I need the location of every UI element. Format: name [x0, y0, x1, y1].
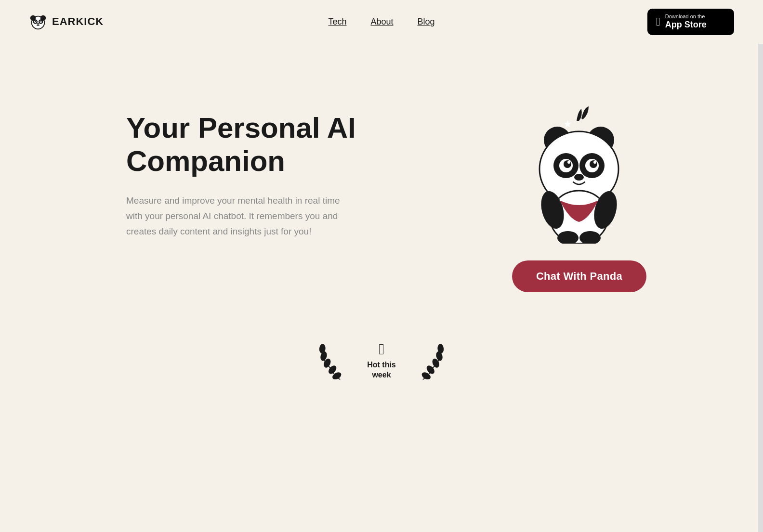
- nav-links: Tech About Blog: [328, 17, 434, 27]
- hero-section: Your Personal AI Companion Measure and i…: [68, 44, 695, 321]
- panda-svg: ★: [521, 94, 637, 244]
- logo-icon: [29, 13, 47, 31]
- chat-with-panda-button[interactable]: Chat With Panda: [512, 260, 646, 292]
- hot-badge:  Hot this week: [338, 340, 425, 380]
- nav-link-blog[interactable]: Blog: [418, 17, 435, 27]
- logo[interactable]: EARKICK: [29, 13, 104, 31]
- laurel-left-icon: [314, 336, 353, 384]
- navbar: EARKICK Tech About Blog  Download on th…: [0, 0, 763, 44]
- svg-point-7: [35, 21, 36, 22]
- panda-illustration: ★: [521, 92, 637, 246]
- svg-point-22: [574, 174, 584, 181]
- hot-badge-text: Hot this week: [367, 360, 396, 380]
- apple-icon-badge: : [379, 340, 384, 358]
- nav-link-tech[interactable]: Tech: [328, 17, 346, 27]
- nav-link-about[interactable]: About: [370, 17, 393, 27]
- hot-badge-inner:  Hot this week: [367, 340, 396, 380]
- hot-badge-line1: Hot this: [367, 361, 396, 369]
- apple-icon: : [656, 16, 660, 27]
- svg-point-21: [593, 161, 596, 164]
- hot-badge-section:  Hot this week: [0, 321, 763, 409]
- svg-point-18: [564, 160, 571, 168]
- scrollbar[interactable]: [758, 0, 763, 532]
- app-store-line1: Download on the: [665, 13, 707, 20]
- svg-point-32: [319, 344, 325, 353]
- logo-text: EARKICK: [52, 15, 104, 28]
- app-store-button[interactable]:  Download on the App Store: [647, 9, 734, 35]
- hero-left: Your Personal AI Companion Measure and i…: [126, 82, 357, 240]
- svg-point-19: [590, 160, 597, 168]
- hero-title: Your Personal AI Companion: [126, 111, 357, 178]
- svg-point-20: [567, 161, 570, 164]
- hot-badge-line2: week: [372, 371, 391, 379]
- svg-point-37: [438, 344, 444, 353]
- app-store-line2: App Store: [665, 20, 707, 30]
- hero-right: ★: [512, 82, 646, 292]
- hero-description: Measure and improve your mental health i…: [126, 193, 357, 240]
- svg-text:★: ★: [564, 119, 572, 129]
- app-store-text: Download on the App Store: [665, 13, 707, 30]
- laurel-right-icon: [410, 336, 449, 384]
- svg-point-8: [40, 21, 41, 22]
- svg-point-9: [37, 24, 39, 25]
